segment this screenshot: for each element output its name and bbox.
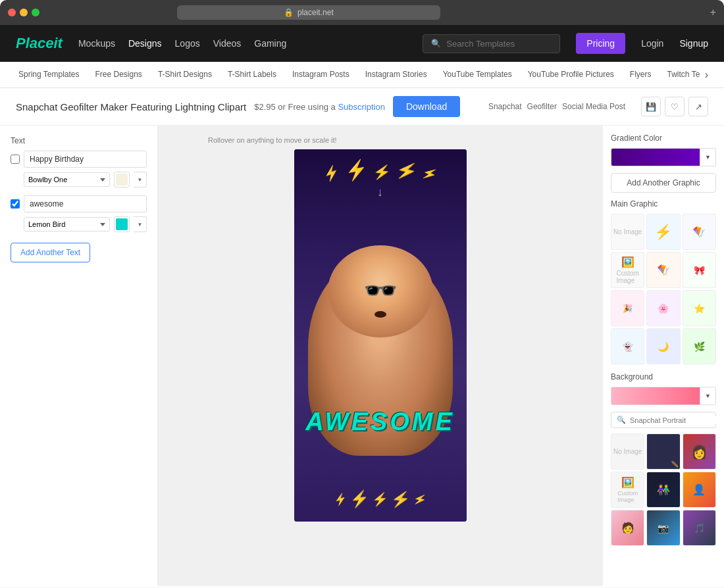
login-button[interactable]: Login: [641, 38, 663, 49]
graphic-party[interactable]: 🎉: [611, 290, 644, 326]
color-swatch-2[interactable]: [114, 216, 130, 232]
search-icon: 🔍: [431, 39, 441, 48]
close-button[interactable]: [8, 9, 16, 16]
bottom-bolt-1: ⚡: [332, 491, 348, 507]
graphic-ghost[interactable]: 👻: [611, 328, 644, 364]
graphic-kite-3[interactable]: 🎀: [683, 252, 716, 288]
nav-youtube-profile[interactable]: YouTube Profile Pictures: [520, 62, 622, 88]
graphic-star[interactable]: ⭐: [683, 290, 716, 326]
nav-scroll-right[interactable]: ›: [700, 69, 713, 81]
logo[interactable]: Placeit: [16, 35, 63, 52]
nav-youtube-templates[interactable]: YouTube Templates: [435, 62, 520, 88]
nav-links: Mockups Designs Logos Videos Gaming: [78, 38, 286, 49]
lock-icon: 🔒: [284, 8, 294, 17]
top-navbar: Placeit Mockups Designs Logos Videos Gam…: [0, 25, 724, 62]
header-actions: 💾 ♡ ↗: [641, 97, 708, 116]
graphic-custom-image[interactable]: 🖼️ CustomImage: [611, 252, 644, 288]
bg-search-container[interactable]: 🔍: [611, 412, 716, 428]
new-tab-button[interactable]: +: [710, 7, 716, 18]
search-input[interactable]: [446, 39, 552, 49]
price-text: $2.95 or Free using a Subscription: [254, 102, 385, 112]
text-row-1: [11, 151, 147, 168]
save-button[interactable]: 💾: [641, 97, 661, 116]
nav-tshirt-designs[interactable]: T-Shirt Designs: [150, 62, 220, 88]
graphic-kite-2[interactable]: 🪁: [646, 252, 680, 288]
nav-mockups[interactable]: Mockups: [78, 38, 115, 49]
tag-geofilter[interactable]: Geofilter: [527, 102, 557, 111]
graphic-grid: No Image ⚡ 🪁 🖼️ CustomImage 🪁 🎀: [611, 214, 716, 364]
bg-pink-bar[interactable]: [611, 387, 700, 405]
tag-social-media[interactable]: Social Media Post: [562, 102, 625, 111]
minimize-button[interactable]: [20, 9, 28, 16]
color-swatch-1[interactable]: [114, 172, 130, 187]
traffic-lights: [8, 9, 39, 16]
subscription-link[interactable]: Subscription: [338, 102, 385, 112]
nav-designs[interactable]: Designs: [128, 38, 162, 49]
graphic-plant[interactable]: 🌿: [683, 328, 716, 364]
color-dropdown-2[interactable]: ▼: [134, 216, 147, 232]
text-input-1[interactable]: [24, 151, 147, 168]
app-container: Placeit Mockups Designs Logos Videos Gam…: [0, 25, 724, 587]
font-row-1: Bowlby One ▼: [24, 172, 147, 187]
share-button[interactable]: ↗: [688, 97, 708, 116]
bg-dark-1[interactable]: ✏️: [646, 433, 680, 470]
header-tags: Snapchat Geofilter Social Media Post: [488, 102, 625, 111]
nav-free-designs[interactable]: Free Designs: [88, 62, 150, 88]
tag-snapchat[interactable]: Snapchat: [488, 102, 522, 111]
left-panel: Text Bowlby One ▼: [0, 126, 158, 586]
nav-logos[interactable]: Logos: [175, 38, 200, 49]
add-text-button[interactable]: Add Another Text: [11, 243, 90, 262]
text-checkbox-2[interactable]: [11, 199, 20, 208]
price-value: $2.95: [254, 102, 276, 112]
signup-button[interactable]: Signup: [679, 38, 708, 49]
nav-instagram-stories[interactable]: Instagram Stories: [357, 62, 435, 88]
font-select-1[interactable]: Bowlby One: [24, 172, 110, 187]
bg-face[interactable]: 👤: [683, 472, 716, 508]
bg-search-icon: 🔍: [617, 416, 626, 424]
bottom-bolt-5: ⚡: [412, 491, 428, 507]
bolt-1: ⚡: [321, 162, 342, 183]
gradient-bar[interactable]: [611, 148, 700, 166]
download-button[interactable]: Download: [393, 96, 460, 117]
font-select-2[interactable]: Lemon Bird: [24, 217, 110, 232]
nav-twitch[interactable]: Twitch Templates: [659, 62, 700, 88]
bg-photos[interactable]: 📷: [646, 510, 680, 546]
canvas-container[interactable]: 🕶️ ⚡ ⚡ ⚡ ⚡ ⚡ ↓ AWESOME ⚡ ⚡: [294, 149, 467, 522]
bottom-bolt-4: ⚡: [390, 489, 411, 510]
graphic-moon[interactable]: 🌙: [646, 328, 680, 364]
maximize-button[interactable]: [32, 9, 39, 16]
bg-couple[interactable]: 👫: [646, 472, 680, 508]
nav-videos[interactable]: Videos: [213, 38, 242, 49]
bg-dropdown[interactable]: ▼: [700, 387, 716, 405]
text-checkbox-1[interactable]: [11, 155, 20, 164]
bg-custom-image[interactable]: 🖼️ CustomImage: [611, 472, 644, 508]
bg-pink-portrait[interactable]: 🧑: [611, 510, 644, 546]
page-header: Snapchat Geofilter Maker Featuring Light…: [0, 88, 724, 126]
awesome-text[interactable]: AWESOME: [305, 408, 454, 436]
bg-woman[interactable]: 👩: [683, 433, 716, 470]
nav-tshirt-labels[interactable]: T-Shirt Labels: [220, 62, 284, 88]
nav-gaming[interactable]: Gaming: [254, 38, 286, 49]
address-bar[interactable]: 🔒 placeit.net: [177, 5, 440, 20]
graphic-no-image[interactable]: No Image: [611, 214, 644, 250]
gradient-dropdown[interactable]: ▼: [700, 148, 716, 166]
bg-concert[interactable]: 🎵: [683, 510, 716, 546]
bg-no-image[interactable]: No Image: [611, 433, 644, 470]
graphic-kite[interactable]: 🪁: [683, 214, 716, 250]
secondary-nav: Spring Templates Free Designs T-Shirt De…: [0, 62, 724, 88]
bottom-bolts: ⚡ ⚡ ⚡ ⚡ ⚡: [294, 490, 467, 508]
color-dropdown-1[interactable]: ▼: [134, 172, 147, 187]
graphic-lightning-1[interactable]: ⚡: [646, 214, 680, 250]
nav-flyers[interactable]: Flyers: [622, 62, 659, 88]
favorite-button[interactable]: ♡: [665, 97, 685, 116]
search-bar[interactable]: 🔍: [423, 34, 560, 53]
cursor-indicator: ↓: [377, 185, 383, 199]
bolt-3: ⚡: [373, 163, 392, 182]
nav-spring-templates[interactable]: Spring Templates: [11, 62, 88, 88]
text-input-2[interactable]: [24, 195, 147, 212]
pricing-button[interactable]: Pricing: [576, 33, 625, 54]
graphic-flower[interactable]: 🌸: [646, 290, 680, 326]
nav-instagram-posts[interactable]: Instagram Posts: [284, 62, 357, 88]
add-graphic-button[interactable]: Add Another Graphic: [611, 173, 716, 193]
bg-search-input[interactable]: [630, 416, 721, 424]
